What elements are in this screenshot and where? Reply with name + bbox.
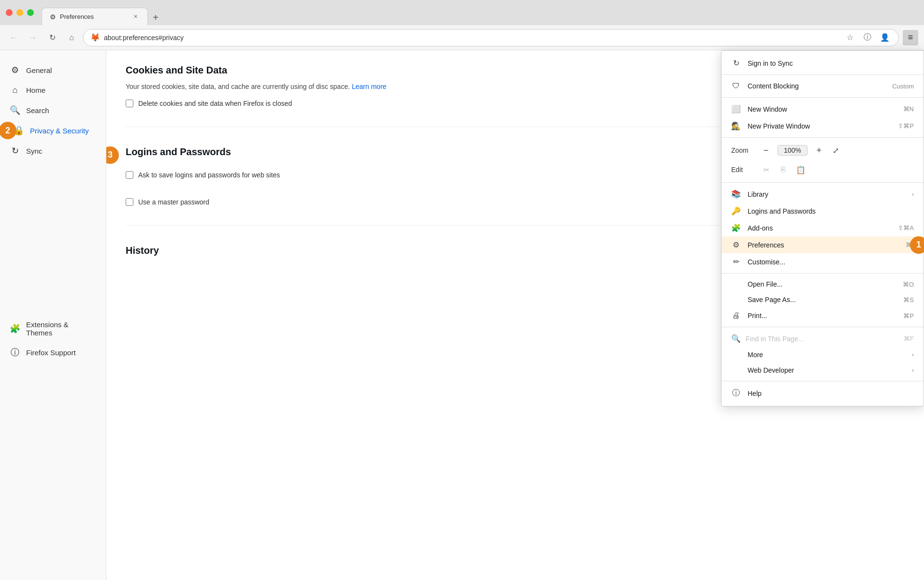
separator-4	[722, 182, 924, 183]
bookmark-icon[interactable]: ☆	[843, 31, 857, 44]
menu-add-ons[interactable]: 🧩 Add-ons ⇧⌘A	[722, 219, 924, 236]
menu-preferences[interactable]: ⚙ Preferences ⌘, 1	[722, 236, 924, 253]
find-icon: 🔍	[731, 334, 741, 343]
new-window-label: New Window	[748, 105, 896, 113]
customise-icon: ✏	[731, 257, 741, 266]
sign-in-sync-label: Sign in to Sync	[748, 59, 914, 67]
cut-icon[interactable]: ✂	[759, 163, 773, 176]
tab-close-button[interactable]: ✕	[131, 13, 140, 21]
save-logins-label: Ask to save logins and passwords for web…	[138, 171, 280, 179]
tab-favicon: ⚙	[50, 13, 56, 21]
sidebar-item-sync[interactable]: ↻ Sync	[0, 141, 106, 161]
logins-passwords-label: Logins and Passwords	[748, 207, 914, 215]
sidebar-item-support[interactable]: ⓘ Firefox Support	[0, 342, 106, 363]
active-tab[interactable]: ⚙ Preferences ✕	[42, 8, 148, 25]
sidebar-item-label: Sync	[26, 147, 42, 155]
step2-badge: 2	[0, 122, 16, 139]
master-password-checkbox[interactable]	[126, 198, 133, 206]
customise-label: Customise...	[748, 258, 914, 266]
menu-save-page-as[interactable]: Save Page As... ⌘S	[722, 292, 924, 307]
library-label: Library	[748, 190, 905, 198]
hamburger-dropdown: ↻ Sign in to Sync 🛡 Content Blocking Cus…	[721, 50, 924, 406]
minimize-window-button[interactable]	[16, 9, 23, 16]
menu-new-window[interactable]: ⬜ New Window ⌘N	[722, 101, 924, 117]
addons-icon: 🧩	[731, 223, 741, 232]
menu-sign-in-sync[interactable]: ↻ Sign in to Sync	[722, 55, 924, 72]
separator-2	[722, 97, 924, 98]
home-button[interactable]: ⌂	[64, 30, 79, 45]
menu-library[interactable]: 📚 Library ›	[722, 186, 924, 203]
menu-open-file[interactable]: Open File... ⌘O	[722, 276, 924, 292]
extensions-icon: 🧩	[10, 323, 20, 334]
sync-menu-icon: ↻	[731, 58, 741, 68]
web-developer-arrow: ›	[912, 367, 914, 374]
edit-row: Edit ✂ ⎘ 📋	[722, 160, 924, 179]
copy-icon[interactable]: ⎘	[777, 163, 790, 176]
title-bar: ⚙ Preferences ✕ +	[0, 0, 924, 25]
tab-title: Preferences	[60, 13, 128, 20]
private-window-icon: 🕵	[731, 121, 741, 130]
library-arrow: ›	[912, 191, 914, 198]
sidebar-item-home[interactable]: ⌂ Home	[0, 80, 106, 100]
close-window-button[interactable]	[6, 9, 13, 16]
menu-help[interactable]: ⓘ Help	[722, 384, 924, 402]
menu-logins-passwords[interactable]: 🔑 Logins and Passwords	[722, 203, 924, 219]
key-icon: 🔑	[731, 206, 741, 216]
print-icon: 🖨	[731, 311, 741, 320]
menu-print[interactable]: 🖨 Print... ⌘P	[722, 307, 924, 324]
new-private-window-shortcut: ⇧⌘P	[898, 122, 914, 130]
menu-content-blocking[interactable]: 🛡 Content Blocking Custom	[722, 78, 924, 94]
open-file-shortcut: ⌘O	[903, 281, 914, 288]
save-page-as-label: Save Page As...	[748, 296, 896, 304]
browser-chrome: ⚙ Preferences ✕ + ← → ↻ ⌂ 🦊 about:prefer…	[0, 0, 924, 50]
find-in-page-input[interactable]: Find in This Page...	[746, 335, 899, 343]
back-button[interactable]: ←	[6, 30, 21, 45]
forward-button[interactable]: →	[25, 30, 41, 45]
reload-button[interactable]: ↻	[44, 30, 60, 45]
sidebar-item-privacy[interactable]: 2 🔒 Privacy & Security	[0, 120, 106, 141]
library-icon: 📚	[731, 189, 741, 199]
new-tab-button[interactable]: +	[148, 10, 163, 25]
zoom-row: Zoom − 100% + ⤢	[722, 141, 924, 160]
find-row: 🔍 Find in This Page... ⌘F	[722, 330, 924, 347]
tabs-bar: ⚙ Preferences ✕ +	[42, 0, 918, 25]
new-window-icon: ⬜	[731, 104, 741, 114]
step3-badge: 3	[106, 146, 119, 164]
info-icon[interactable]: ⓘ	[861, 31, 874, 44]
preferences-label: Preferences	[748, 241, 899, 249]
zoom-expand-button[interactable]: ⤢	[833, 146, 839, 155]
url-text: about:preferences#privacy	[104, 34, 839, 42]
open-file-label: Open File...	[748, 280, 896, 288]
logins-title: Logins and Passwords	[126, 146, 231, 158]
url-bar[interactable]: 🦊 about:preferences#privacy ☆ ⓘ 👤	[83, 29, 899, 46]
zoom-minus-button[interactable]: −	[759, 144, 773, 157]
zoom-plus-button[interactable]: +	[812, 144, 826, 157]
save-logins-checkbox[interactable]	[126, 171, 133, 179]
sidebar-item-general[interactable]: ⚙ General	[0, 60, 106, 80]
separator-6	[722, 327, 924, 327]
more-arrow: ›	[912, 351, 914, 358]
account-icon[interactable]: 👤	[878, 31, 892, 44]
menu-customise[interactable]: ✏ Customise...	[722, 253, 924, 270]
hamburger-menu-button[interactable]: ≡	[903, 30, 918, 45]
maximize-window-button[interactable]	[27, 9, 34, 16]
menu-new-private-window[interactable]: 🕵 New Private Window ⇧⌘P	[722, 117, 924, 134]
content-blocking-label: Content Blocking	[748, 82, 885, 90]
menu-web-developer[interactable]: Web Developer ›	[722, 362, 924, 378]
print-shortcut: ⌘P	[903, 312, 914, 319]
sidebar-item-extensions[interactable]: 🧩 Extensions & Themes	[0, 316, 106, 342]
shield-icon: 🛡	[731, 82, 741, 90]
content-blocking-badge: Custom	[892, 83, 914, 90]
paste-icon[interactable]: 📋	[794, 163, 808, 176]
help-icon: ⓘ	[731, 388, 741, 398]
edit-label: Edit	[731, 166, 754, 174]
learn-more-link[interactable]: Learn more	[352, 83, 387, 90]
sidebar-item-label: Firefox Support	[26, 348, 76, 357]
sidebar-item-search[interactable]: 🔍 Search	[0, 100, 106, 120]
menu-more[interactable]: More ›	[722, 347, 924, 362]
edit-icons: ✂ ⎘ 📋	[759, 163, 808, 176]
separator-3	[722, 137, 924, 138]
support-icon: ⓘ	[10, 347, 20, 358]
delete-cookies-checkbox[interactable]	[126, 100, 133, 107]
sidebar-item-label: Home	[26, 86, 45, 94]
